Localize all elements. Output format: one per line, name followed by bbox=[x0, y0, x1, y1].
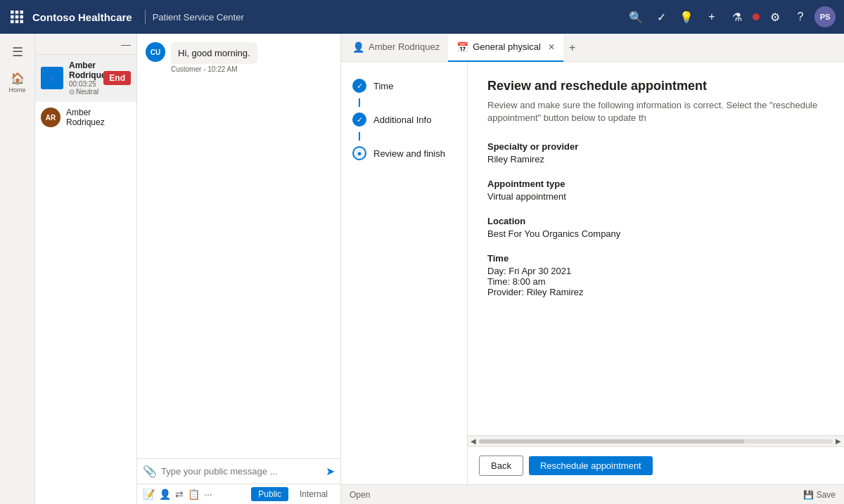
svg-rect-3 bbox=[11, 15, 14, 19]
calendar-tab-icon: 📅 bbox=[456, 41, 468, 53]
general-tab[interactable]: 📅 General physical ✕ bbox=[448, 34, 563, 62]
filter-icon[interactable]: ⚗ bbox=[726, 6, 748, 28]
sidebar-item-home[interactable]: 🏠 Home bbox=[4, 67, 32, 98]
public-tab-button[interactable]: Public bbox=[251, 487, 288, 501]
step-label-time: Time bbox=[373, 81, 393, 91]
user-avatar[interactable]: PS bbox=[814, 6, 836, 27]
minimize-btn[interactable]: — bbox=[121, 39, 131, 50]
tab-content-body: ✓ Time ✓ Additional Info ● Review and fi… bbox=[341, 62, 844, 484]
step-circle-time: ✓ bbox=[352, 79, 366, 93]
chat-bubble-meta: Customer - 10:22 AM bbox=[171, 65, 332, 73]
save-icon: 💾 bbox=[803, 490, 814, 500]
grid-icon[interactable] bbox=[8, 8, 25, 25]
step-label-additional-info: Additional Info bbox=[373, 115, 431, 125]
contact-info: Amber Rodriquez 00:03:25 ⊙ Neutral bbox=[69, 60, 103, 96]
action-bar: Back Reschedule appointment bbox=[468, 446, 844, 484]
wizard-step-time[interactable]: ✓ Time bbox=[341, 73, 467, 98]
person-tab-icon: 👤 bbox=[352, 41, 364, 53]
chat-bubble-text: Hi, good morning. bbox=[171, 42, 257, 64]
appointment-description: Review and make sure the following infor… bbox=[487, 99, 824, 124]
svg-rect-0 bbox=[11, 11, 14, 14]
time-section: Time Day: Fri Apr 30 2021 Time: 8:00 am … bbox=[487, 253, 824, 297]
sidebar-item-home-label: Home bbox=[8, 86, 25, 93]
topbar-subtitle: Patient Service Center bbox=[153, 12, 244, 22]
person-icon[interactable]: 👤 bbox=[159, 489, 171, 500]
save-button[interactable]: 💾 Save bbox=[803, 490, 836, 500]
topbar-icons: 🔍 ✓ 💡 + ⚗ ⚙ ? PS bbox=[625, 6, 836, 28]
type-value: Virtual appointment bbox=[487, 191, 824, 202]
save-label: Save bbox=[817, 490, 836, 500]
notification-dot bbox=[753, 13, 760, 20]
reschedule-button[interactable]: Reschedule appointment bbox=[529, 456, 653, 475]
settings-icon[interactable]: ⚙ bbox=[764, 6, 786, 28]
location-value: Best For You Organics Company bbox=[487, 228, 824, 239]
search-icon[interactable]: 🔍 bbox=[625, 6, 647, 28]
amber-tab[interactable]: 👤 Amber Rodriquez bbox=[344, 34, 448, 62]
contact-item[interactable]: 👤 Amber Rodriquez 00:03:25 ⊙ Neutral End bbox=[35, 55, 136, 102]
tab-bar: 👤 Amber Rodriquez 📅 General physical ✕ + bbox=[341, 34, 844, 62]
agent-list-item[interactable]: AR Amber Rodriquez bbox=[35, 102, 136, 133]
add-tab-button[interactable]: + bbox=[563, 41, 581, 54]
contact-panel-header: — bbox=[35, 34, 136, 55]
help-icon[interactable]: ? bbox=[789, 6, 812, 28]
specialty-section: Specialty or provider Riley Ramirez bbox=[487, 141, 824, 164]
contact-status: ⊙ Neutral bbox=[69, 88, 103, 96]
horizontal-scrollbar[interactable]: ◀ ▶ bbox=[468, 435, 844, 446]
hamburger-icon[interactable]: ☰ bbox=[5, 39, 30, 65]
chat-panel: CU Hi, good morning. Customer - 10:22 AM… bbox=[137, 34, 341, 504]
time-label: Time bbox=[487, 253, 824, 264]
chat-user-avatar: CU bbox=[146, 42, 165, 62]
open-status-label: Open bbox=[350, 490, 370, 500]
content-area: Review and reschedule appointment Review… bbox=[468, 62, 844, 484]
svg-rect-7 bbox=[15, 20, 19, 24]
chat-input-area: 📎 ➤ bbox=[137, 458, 340, 484]
chat-toolbar: 📝 👤 ⇄ 📋 ··· Public Internal bbox=[137, 484, 340, 504]
chat-bubble-content: Hi, good morning. Customer - 10:22 AM bbox=[171, 42, 332, 73]
contact-time: 00:03:25 bbox=[69, 80, 103, 88]
wizard-step-review[interactable]: ● Review and finish bbox=[341, 141, 467, 166]
end-call-button[interactable]: End bbox=[103, 71, 131, 85]
time-provider: Provider: Riley Ramirez bbox=[487, 287, 824, 297]
appointment-content: Review and reschedule appointment Review… bbox=[468, 62, 844, 435]
wizard-steps: ✓ Time ✓ Additional Info ● Review and fi… bbox=[341, 62, 468, 484]
sidebar: ☰ 🏠 Home bbox=[0, 34, 35, 504]
chat-input[interactable] bbox=[161, 466, 321, 477]
chat-bubble: CU Hi, good morning. Customer - 10:22 AM bbox=[146, 42, 332, 73]
topbar-divider bbox=[145, 10, 146, 24]
back-button[interactable]: Back bbox=[479, 455, 523, 476]
tab-close-icon[interactable]: ✕ bbox=[548, 42, 555, 52]
internal-tab-button[interactable]: Internal bbox=[293, 487, 335, 501]
main-layout: ☰ 🏠 Home — 👤 Amber Rodriquez 00:03:25 ⊙ … bbox=[0, 34, 844, 504]
svg-rect-6 bbox=[11, 20, 14, 24]
step-circle-review: ● bbox=[352, 146, 366, 160]
contact-panel: — 👤 Amber Rodriquez 00:03:25 ⊙ Neutral E… bbox=[35, 34, 137, 504]
specialty-value: Riley Ramirez bbox=[487, 154, 824, 164]
send-icon[interactable]: ➤ bbox=[326, 465, 335, 478]
transfer-icon[interactable]: ⇄ bbox=[175, 489, 184, 500]
scroll-left-button[interactable]: ◀ bbox=[471, 437, 476, 445]
chat-messages: CU Hi, good morning. Customer - 10:22 AM bbox=[137, 34, 340, 458]
step-label-review: Review and finish bbox=[373, 148, 445, 159]
agent-avatar: AR bbox=[41, 108, 60, 127]
check-icon[interactable]: ✓ bbox=[650, 6, 672, 28]
status-bar: Open 💾 Save bbox=[341, 484, 844, 504]
svg-text:👤: 👤 bbox=[48, 74, 57, 83]
contact-name: Amber Rodriquez bbox=[69, 60, 103, 80]
general-tab-label: General physical bbox=[473, 41, 541, 52]
note-icon[interactable]: 📝 bbox=[143, 489, 155, 500]
amber-tab-label: Amber Rodriquez bbox=[369, 41, 440, 52]
lightbulb-icon[interactable]: 💡 bbox=[675, 6, 698, 28]
status-circle-icon: ⊙ bbox=[69, 88, 75, 96]
brand-name: Contoso Healthcare bbox=[32, 11, 132, 23]
add-icon[interactable]: + bbox=[701, 6, 723, 28]
scrollbar-track bbox=[479, 439, 833, 444]
step-connector-1 bbox=[359, 98, 360, 107]
more-icon[interactable]: ··· bbox=[204, 489, 212, 500]
location-label: Location bbox=[487, 216, 824, 226]
topbar: Contoso Healthcare Patient Service Cente… bbox=[0, 0, 844, 34]
template-icon[interactable]: 📋 bbox=[188, 489, 200, 500]
scrollbar-thumb bbox=[479, 439, 744, 444]
wizard-step-additional-info[interactable]: ✓ Additional Info bbox=[341, 107, 467, 132]
scroll-right-button[interactable]: ▶ bbox=[836, 437, 841, 445]
attach-icon[interactable]: 📎 bbox=[143, 465, 157, 478]
